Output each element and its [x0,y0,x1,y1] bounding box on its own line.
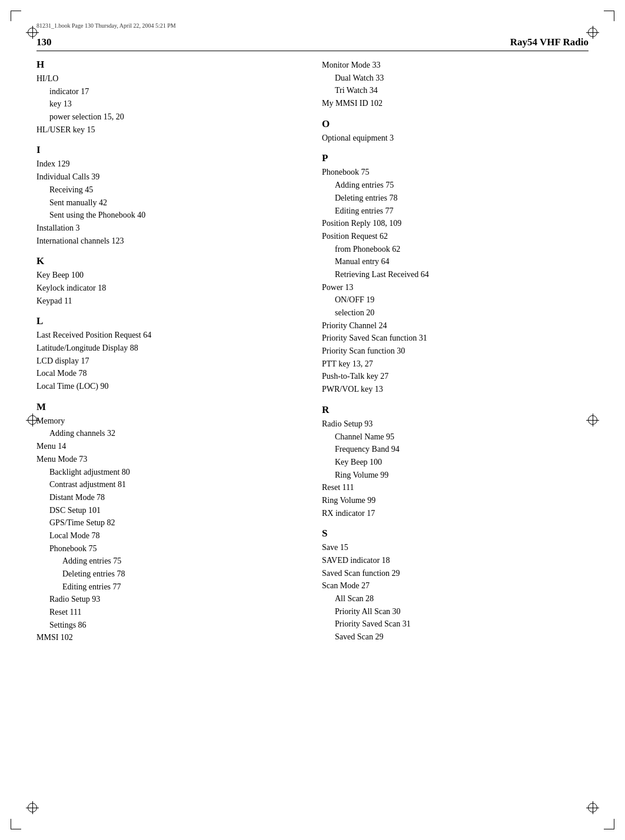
corner-mark-bl [11,819,21,829]
index-entry: Local Mode 78 [36,367,303,380]
index-entry: PWR/VOL key 13 [322,383,589,396]
index-entry: ON/OFF 19 [322,294,589,306]
print-info: 81231_1.book Page 130 Thursday, April 22… [36,22,589,29]
index-entry: Optional equipment 3 [322,132,589,145]
index-entry: Frequency Band 94 [322,443,589,456]
index-entry: Key Beep 100 [36,269,303,282]
section-letter: S [322,528,589,539]
index-entry: Key Beep 100 [322,456,589,469]
index-entry: Saved Scan 29 [322,631,589,644]
section-letter: I [36,144,303,156]
index-entry: indicator 17 [36,85,303,98]
index-entry: Adding entries 75 [322,179,589,192]
right-column: Monitor Mode 33Dual Watch 33Tri Watch 34… [322,59,589,793]
section-letter: L [36,315,303,327]
index-entry: Radio Setup 93 [36,593,303,606]
index-entry: Dual Watch 33 [322,72,589,85]
index-entry: Adding entries 75 [36,555,303,568]
index-entry: All Scan 28 [322,592,589,605]
index-entry: Contrast adjustment 81 [36,478,303,491]
book-title: Ray54 VHF Radio [510,36,589,48]
section-letter: K [36,255,303,267]
index-entry: Deleting entries 78 [322,192,589,205]
index-entry: Priority Channel 24 [322,319,589,332]
index-entry: power selection 15, 20 [36,111,303,124]
index-entry: RX indicator 17 [322,507,589,520]
index-entry: Monitor Mode 33 [322,59,589,72]
index-entry: International channels 123 [36,235,303,248]
index-entry: key 13 [36,98,303,111]
index-entry: Receiving 45 [36,184,303,196]
index-entry: Priority All Scan 30 [322,605,589,618]
index-entry: SAVED indicator 18 [322,554,589,567]
section-letter: H [36,59,303,71]
index-entry: Ring Volume 99 [322,494,589,507]
section-letter: P [322,152,589,164]
crosshair-br [586,801,599,814]
index-entry: Priority Saved Scan 31 [322,618,589,631]
index-entry: Latitude/Longitude Display 88 [36,342,303,355]
index-entry: Reset 111 [36,606,303,619]
corner-mark-tl [11,11,21,21]
index-entry: Keylock indicator 18 [36,282,303,295]
index-entry: Radio Setup 93 [322,418,589,431]
index-entry: Memory [36,415,303,428]
index-entry: from Phonebook 62 [322,243,589,256]
index-entry: Installation 3 [36,222,303,235]
index-entry: Adding channels 32 [36,427,303,440]
index-entry: Retrieving Last Received 64 [322,268,589,281]
index-entry: Distant Mode 78 [36,491,303,504]
index-entry: Priority Scan function 30 [322,345,589,358]
index-entry: Sent using the Phonebook 40 [36,209,303,222]
index-entry: Local Mode 78 [36,529,303,542]
left-column: HHI/LOindicator 17key 13power selection … [36,59,303,793]
index-entry: Settings 86 [36,619,303,632]
index-entry: Index 129 [36,158,303,171]
section-letter: O [322,118,589,130]
index-entry: GPS/Time Setup 82 [36,516,303,529]
index-entry: Sent manually 42 [36,196,303,209]
index-entry: Reset 111 [322,481,589,494]
index-entry: HL/USER key 15 [36,124,303,136]
main-content: HHI/LOindicator 17key 13power selection … [36,59,589,793]
index-entry: Scan Mode 27 [322,579,589,592]
crosshair-bl [26,801,39,814]
index-entry: Editing entries 77 [36,581,303,594]
index-entry: Individual Calls 39 [36,171,303,184]
section-letter: M [36,401,303,413]
index-entry: Priority Saved Scan function 31 [322,332,589,345]
index-entry: Editing entries 77 [322,205,589,218]
index-entry: Deleting entries 78 [36,568,303,581]
index-entry: Phonebook 75 [322,166,589,179]
index-entry: Saved Scan function 29 [322,567,589,580]
index-entry: HI/LO [36,72,303,85]
index-entry: Menu Mode 73 [36,453,303,466]
index-entry: Position Reply 108, 109 [322,217,589,230]
index-entry: Tri Watch 34 [322,84,589,97]
index-entry: selection 20 [322,306,589,319]
index-entry: DSC Setup 101 [36,504,303,517]
index-entry: MMSI 102 [36,631,303,644]
index-entry: Position Request 62 [322,230,589,243]
index-entry: Channel Name 95 [322,431,589,444]
page-number: 130 [36,36,52,48]
corner-mark-tr [604,11,614,21]
index-entry: Backlight adjustment 80 [36,466,303,479]
index-entry: Phonebook 75 [36,542,303,555]
index-entry: LCD display 17 [36,355,303,368]
index-entry: Ring Volume 99 [322,469,589,482]
index-entry: PTT key 13, 27 [322,358,589,371]
index-entry: Manual entry 64 [322,255,589,268]
index-entry: Save 15 [322,541,589,554]
index-entry: Power 13 [322,281,589,294]
index-entry: My MMSI ID 102 [322,97,589,110]
index-entry: Menu 14 [36,440,303,453]
index-entry: Last Received Position Request 64 [36,329,303,342]
index-entry: Keypad 11 [36,295,303,308]
page-header: 130 Ray54 VHF Radio [36,36,589,51]
section-letter: R [322,404,589,416]
index-entry: Local Time (LOC) 90 [36,380,303,393]
corner-mark-br [604,819,614,829]
index-entry: Push-to-Talk key 27 [322,370,589,383]
